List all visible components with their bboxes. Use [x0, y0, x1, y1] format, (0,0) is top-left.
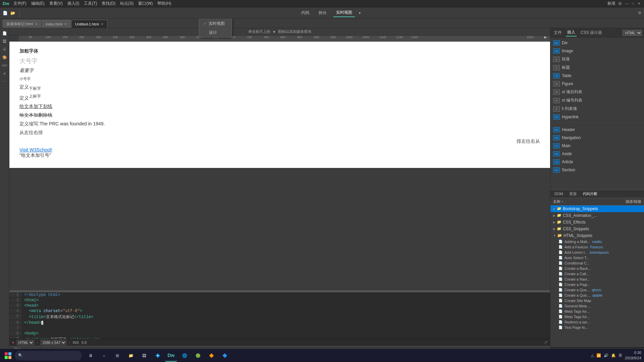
element-navigation[interactable]: nav Navigation	[550, 134, 644, 142]
element-section[interactable]: sec Section	[550, 166, 644, 174]
format-select[interactable]: HTML	[17, 340, 34, 345]
sidebar-nav-icon[interactable]: ≡	[1, 70, 8, 77]
htmlsnippets-folder-header[interactable]: ▼ 📂 HTML_Snippets	[550, 232, 644, 239]
element-main[interactable]: mn Main	[550, 142, 644, 150]
tray-volume-icon[interactable]: 🔊	[604, 353, 608, 358]
element-hyperlink[interactable]: lnk Hyperlink	[550, 113, 644, 121]
taskbar-app-taskview[interactable]: ⊞	[111, 350, 123, 362]
snippet-sitemap[interactable]: 📄 Create Site Map	[550, 298, 644, 303]
snippet-redirect[interactable]: 📄 Redirect a we...	[550, 319, 644, 325]
sidebar-insert-icon[interactable]: ➕	[1, 46, 8, 53]
element-ul[interactable]: ul ul 项目列表	[550, 88, 644, 96]
maximize-button[interactable]: □	[631, 1, 635, 6]
right-tab-css[interactable]: CSS 设计器	[579, 29, 603, 36]
taskbar-app-explorer[interactable]: 🖥	[85, 350, 97, 362]
tray-network-icon[interactable]: 📶	[596, 353, 601, 358]
snippet-favicon[interactable]: 📄 Add a Favicon Favicon	[550, 244, 644, 250]
element-table[interactable]: tbl Table	[550, 72, 644, 80]
live-view-button[interactable]: 实时视图	[333, 9, 355, 17]
element-div[interactable]: Div Div	[550, 39, 644, 47]
menu-edit[interactable]: 编辑(E)	[29, 0, 47, 7]
settings-icon[interactable]: ⚙	[618, 1, 622, 6]
tab-index-close[interactable]: ✕	[64, 22, 67, 26]
fullscreen-icon[interactable]: ⤢	[544, 340, 547, 345]
start-button[interactable]	[3, 350, 13, 361]
preview-area[interactable]: 加粗字体 大号字 着重字 小号字 定义下标字 定义上标字 给文本加下划线 给文本…	[9, 42, 550, 168]
snippet-navi[interactable]: 📄 Create a Navi...	[550, 277, 644, 282]
code-area[interactable]: 1 <!doctype html> 2 <html> 3 <head> 4 <m…	[9, 292, 550, 339]
taskbar-app-cortana[interactable]: ○	[98, 350, 110, 362]
taskbar-app-browser[interactable]: 🌐	[178, 350, 191, 362]
tab-multimedia-close[interactable]: ✕	[35, 22, 38, 26]
tray-datetime[interactable]: 0:30 2018/9/24	[625, 350, 641, 361]
element-aside[interactable]: asd Aside	[550, 150, 644, 158]
html-type-select[interactable]: HTML	[623, 30, 642, 36]
snippet-folder-bootstrap[interactable]: ▶ 📁 Bootstrap_Snippets	[550, 205, 644, 212]
snippet-textpage[interactable]: 📄 Text Page fo...	[550, 325, 644, 330]
menu-help[interactable]: 帮助(H)	[155, 0, 173, 7]
snippet-conditional[interactable]: 📄 Conditional C...	[550, 260, 644, 266]
menu-insert[interactable]: 插入(I)	[65, 0, 81, 7]
snippets-tab[interactable]: 代码片断	[581, 191, 599, 197]
element-heading[interactable]: h 标题	[550, 63, 644, 72]
snippet-background[interactable]: 📄 Create a Back...	[550, 266, 644, 271]
close-button[interactable]: ✕	[637, 1, 641, 6]
dropdown-item-liveview[interactable]: 实时视图	[199, 19, 232, 28]
csssnippets-folder-header[interactable]: ▶ 📁 CSS_Snippets	[550, 226, 644, 232]
snippet-qtable[interactable]: 📄 Create a Quic... qtable	[550, 293, 644, 298]
tab-multimedia[interactable]: 多媒体标记.html ✕	[3, 20, 41, 28]
open-file-icon[interactable]: 📂	[10, 11, 15, 15]
dom-tab[interactable]: DOM	[553, 191, 565, 196]
element-article[interactable]: art Article	[550, 158, 644, 166]
cssanim-folder-header[interactable]: ▶ 📁 CSS_Animation_...	[550, 212, 644, 219]
element-header[interactable]: hdr Header	[550, 126, 644, 134]
dropdown-item-design[interactable]: 设计	[199, 28, 232, 37]
csseffects-folder-header[interactable]: ▶ 📁 CSS_Effects	[550, 219, 644, 226]
snippet-folder-cssanim[interactable]: ▶ 📁 CSS_Animation_...	[550, 212, 644, 219]
view-dropdown-arrow[interactable]: ▾	[359, 11, 361, 15]
tab-untitled[interactable]: Untitled-1.html ✕	[71, 20, 107, 28]
element-ol[interactable]: ol ol 编号列表	[550, 96, 644, 105]
snippet-qform[interactable]: 📄 Create a Que... qform	[550, 287, 644, 293]
sidebar-files-icon[interactable]: 📄	[1, 29, 8, 37]
taskbar-app-green[interactable]: 🟢	[192, 350, 204, 362]
sidebar-assets-icon[interactable]: 🖼	[1, 38, 8, 45]
taskbar-app-orange[interactable]: 🔶	[205, 350, 217, 362]
snippet-folder-csssnippets[interactable]: ▶ 📁 CSS_Snippets	[550, 226, 644, 232]
right-tab-insert[interactable]: 插入	[566, 29, 577, 37]
snippet-generalmeta[interactable]: 📄 General Meta ...	[550, 303, 644, 309]
preview-link[interactable]: Visit W3School!	[19, 147, 52, 153]
taskbar-app-folder[interactable]: 📁	[125, 350, 137, 362]
element-li[interactable]: li li 列表项	[550, 105, 644, 113]
bootstrap-folder-header[interactable]: ▶ 📁 Bootstrap_Snippets	[550, 205, 644, 212]
snippet-metatags2[interactable]: 📄 Meta Tags for...	[550, 314, 644, 319]
menu-window[interactable]: 窗口(W)	[136, 0, 155, 7]
element-figure[interactable]: fig Figure	[550, 80, 644, 88]
snippet-mailto[interactable]: 📄 Adding a Malt... mailto	[550, 239, 644, 244]
menu-tools[interactable]: 工具(T)	[82, 0, 99, 7]
minimize-button[interactable]: —	[625, 1, 629, 6]
code-view-button[interactable]: 代码	[299, 9, 312, 17]
sidebar-more-icon[interactable]: ⋯	[1, 78, 8, 85]
snippet-page[interactable]: 📄 Create a Pagi...	[550, 282, 644, 287]
tab-untitled-close[interactable]: ✕	[101, 22, 104, 26]
tab-index[interactable]: index.html ✕	[42, 20, 71, 28]
taskbar-app-blue[interactable]: 🔷	[219, 350, 231, 362]
taskbar-app-photos[interactable]: 🖼	[138, 350, 150, 362]
menu-file[interactable]: 文件(F)	[11, 0, 29, 7]
snippet-folder-htmlsnippets[interactable]: ▼ 📂 HTML_Snippets 📄 Adding a Malt... mai…	[550, 232, 644, 330]
split-view-button[interactable]: 拆分	[316, 9, 329, 17]
element-image[interactable]: img Image	[550, 47, 644, 55]
dimensions-select[interactable]: 1586 x 547	[41, 340, 66, 345]
tray-chevron-icon[interactable]: △	[591, 353, 594, 358]
menu-site[interactable]: 站点(S)	[118, 0, 136, 7]
tray-language[interactable]: 英	[619, 353, 622, 358]
sidebar-css-icon[interactable]: 🎨	[1, 54, 8, 61]
resources-tab[interactable]: 资源	[568, 191, 578, 197]
menu-view[interactable]: 查看(V)	[47, 0, 65, 7]
snippet-metatags1[interactable]: 📄 Meta Tags for...	[550, 309, 644, 314]
snippet-autoselect[interactable]: 📄 Auto Select T...	[550, 255, 644, 260]
menu-find[interactable]: 查找(D)	[100, 0, 117, 7]
element-paragraph[interactable]: p 段落	[550, 55, 644, 63]
right-tab-files[interactable]: 文件	[552, 29, 563, 36]
